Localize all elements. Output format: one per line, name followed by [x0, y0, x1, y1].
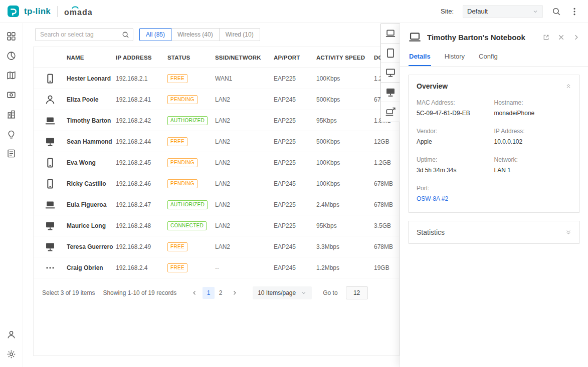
- page-2-button[interactable]: 2: [215, 287, 227, 299]
- desktop-icon: [45, 220, 56, 231]
- overview-field: Vendor: Apple: [417, 128, 494, 145]
- table-row[interactable]: Eva Wong 192.168.2.45 PENDING LAN2 EAP22…: [34, 152, 399, 173]
- table-row[interactable]: Sean Hammond 192.168.2.44 FREE LAN2 EAP2…: [34, 131, 399, 152]
- goto-page-input[interactable]: [346, 286, 368, 299]
- sidebar-item-logs[interactable]: [6, 147, 18, 159]
- brand: tp-link omada: [7, 5, 93, 18]
- client-activity-speed: 100Kbps: [316, 159, 374, 166]
- pagination: 12: [188, 287, 241, 299]
- sidebar-item-account[interactable]: [6, 328, 18, 340]
- table-footer: Select 3 of 19 items Showing 1-10 of 19 …: [34, 286, 399, 299]
- prev-page-button[interactable]: [188, 287, 201, 299]
- sidebar-bottom: [6, 328, 18, 360]
- overview-field: Network: LAN 1: [494, 156, 572, 174]
- sidebar-item-insight[interactable]: [6, 128, 18, 140]
- device-type-tablet[interactable]: [381, 44, 400, 63]
- client-name: Craig Obrien: [67, 264, 116, 271]
- collapse-panel-icon[interactable]: [572, 34, 580, 41]
- device-type-laptop-arrow[interactable]: [381, 102, 400, 122]
- monitor-icon: [385, 67, 396, 78]
- client-down: 678MB: [374, 201, 399, 208]
- table-row[interactable]: Ricky Castillo 192.168.2.46 PENDING LAN2…: [34, 173, 399, 194]
- overview-field: Uptime: 3d 5h 34m 34s: [417, 156, 494, 174]
- client-down: 1.2GB: [374, 159, 399, 166]
- popout-icon[interactable]: [542, 34, 550, 41]
- map-icon: [7, 71, 16, 80]
- field-value: monadeiPhone: [494, 110, 572, 117]
- field-value: LAN 1: [494, 167, 572, 174]
- global-search-icon[interactable]: [552, 7, 561, 16]
- field-label: MAC Address:: [417, 99, 494, 106]
- client-ip: 192.168.2.1: [116, 75, 167, 82]
- device-type-monitor[interactable]: [381, 63, 400, 83]
- sidebar-item-settings[interactable]: [6, 348, 18, 360]
- tplink-wordmark: tp-link: [24, 7, 51, 17]
- client-ap-port: EAP245: [274, 180, 316, 187]
- smartphone-icon: [45, 73, 56, 84]
- status-badge: CONNECTED: [167, 221, 207, 230]
- page-buttons: 12: [203, 287, 227, 299]
- sidebar-top: [6, 30, 18, 159]
- client-network: --: [215, 264, 274, 271]
- client-down: 678MB: [374, 243, 399, 250]
- sidebar-item-map[interactable]: [6, 69, 18, 81]
- table-row[interactable]: Eliza Poole 192.168.2.41 PENDING LAN2 EA…: [34, 89, 399, 110]
- client-ap-port: EAP245: [274, 96, 316, 103]
- device-type-laptop-outline[interactable]: [381, 24, 400, 44]
- overview-field: IP Address: 10.0.0.102: [494, 128, 572, 145]
- more-menu-icon[interactable]: [570, 7, 579, 16]
- device-type-desktop[interactable]: [381, 83, 400, 102]
- clients-table-card: NAMEIP ADDRESSSTATUSSSID/NETWORKAP/PORTA…: [33, 47, 400, 356]
- status-badge: PENDING: [167, 95, 198, 104]
- table-row[interactable]: Maurice Long 192.168.2.48 CONNECTED LAN2…: [34, 215, 399, 236]
- items-per-page-select[interactable]: 10 Items/page: [253, 286, 312, 299]
- table-row[interactable]: Craig Obrien 192.168.2.4 FREE -- EAP245 …: [34, 257, 399, 278]
- table-row[interactable]: Eula Figueroa 192.168.2.47 AUTHORIZED LA…: [34, 194, 399, 215]
- overview-field: Port: OSW-8A #2: [417, 185, 494, 202]
- client-name: Eliza Poole: [67, 96, 116, 103]
- panel-tabs: DetailsHistoryConfig: [400, 50, 588, 67]
- field-label: Vendor:: [417, 128, 494, 135]
- client-ap-port: EAP225: [274, 222, 316, 229]
- collapse-section-icon[interactable]: [565, 83, 571, 89]
- sidebar-item-devices[interactable]: [6, 89, 18, 101]
- client-ap-port: EAP225: [274, 117, 316, 124]
- client-name: Timothy Barton: [67, 117, 116, 124]
- table-row[interactable]: Hester Leonard 192.168.2.1 FREE WAN1 EAP…: [34, 68, 399, 89]
- close-icon[interactable]: [557, 34, 565, 41]
- sidebar-item-dashboard[interactable]: [6, 30, 18, 42]
- field-value: 3d 5h 34m 34s: [417, 167, 494, 174]
- client-network: LAN2: [215, 159, 274, 166]
- search-input[interactable]: [40, 31, 122, 38]
- clients-toolbar: All (85)Wireless (40)Wired (10): [35, 28, 260, 41]
- port-link[interactable]: OSW-8A #2: [417, 195, 494, 202]
- table-row[interactable]: Teresa Guerrero 192.168.2.49 FREE LAN2 E…: [34, 236, 399, 257]
- next-page-button[interactable]: [229, 287, 241, 299]
- site-selector[interactable]: Default: [463, 5, 543, 18]
- sites-icon: [7, 110, 16, 119]
- filter-wireless-40[interactable]: Wireless (40): [171, 28, 220, 41]
- search-icon[interactable]: [122, 31, 129, 39]
- client-ip: 192.168.2.47: [116, 201, 167, 208]
- tab-config[interactable]: Config: [478, 50, 498, 66]
- expand-section-icon[interactable]: [565, 229, 571, 235]
- field-label: IP Address:: [494, 128, 572, 135]
- tab-history[interactable]: History: [444, 50, 465, 66]
- table-row[interactable]: Timothy Barton 192.168.2.42 AUTHORIZED L…: [34, 110, 399, 131]
- page-1-button[interactable]: 1: [203, 287, 215, 299]
- omada-wordmark: omada: [64, 6, 93, 17]
- selected-count: Select 3 of 19 items: [42, 289, 95, 296]
- field-label: Uptime:: [417, 156, 494, 163]
- sidebar-item-sites[interactable]: [6, 108, 18, 120]
- statistics-title: Statistics: [417, 228, 445, 236]
- user-icon: [45, 94, 56, 105]
- client-down: 19GB: [374, 264, 399, 271]
- overview-fields: MAC Address: 5C-09-47-61-D9-EB Hostname:…: [409, 97, 579, 212]
- tab-details[interactable]: Details: [409, 50, 431, 66]
- filter-wired-10[interactable]: Wired (10): [219, 28, 260, 41]
- statistics-card-header: Statistics: [409, 221, 579, 243]
- sidebar-item-statistics[interactable]: [6, 50, 18, 62]
- filter-all-85[interactable]: All (85): [139, 28, 171, 41]
- device-type-picker: [380, 24, 400, 122]
- client-name: Eva Wong: [67, 159, 116, 166]
